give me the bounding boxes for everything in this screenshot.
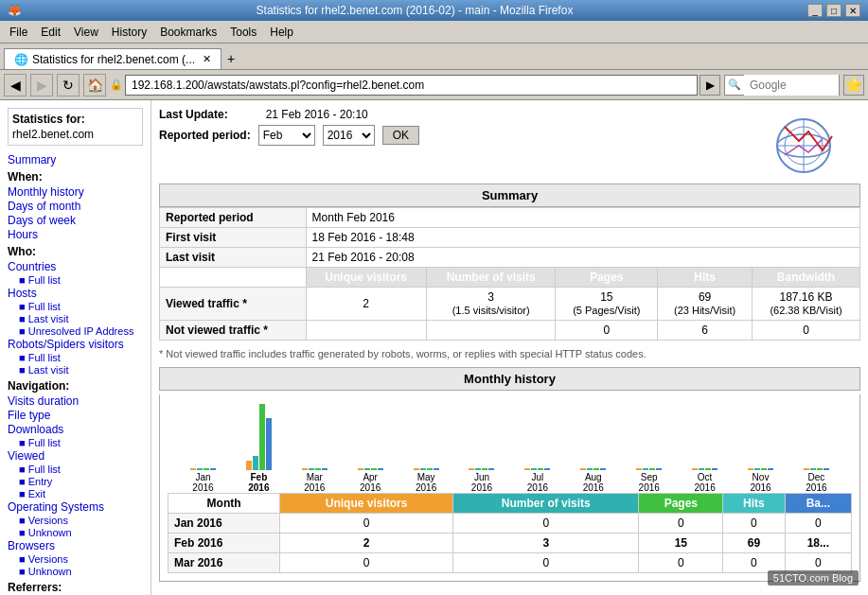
sidebar-robots-fulllist-link[interactable]: ■ Full list <box>19 352 143 363</box>
year-select[interactable]: 2016 <box>323 125 375 146</box>
sidebar-viewed-fulllist-link[interactable]: ■ Full list <box>19 464 143 475</box>
not-viewed-unique <box>306 321 426 341</box>
viewed-unique-visitors: 2 <box>306 288 426 321</box>
not-viewed-visits <box>426 321 556 341</box>
new-tab-button[interactable]: + <box>221 48 240 69</box>
sidebar-browsers-unknown-link[interactable]: ■ Unknown <box>19 566 143 577</box>
menu-help[interactable]: Help <box>264 24 299 41</box>
last-update-label: Last Update: <box>159 108 228 121</box>
search-box: 🔍 <box>724 75 840 96</box>
sidebar-countries-link[interactable]: Countries <box>8 260 143 273</box>
awstats-logo <box>747 108 860 184</box>
unique-col-header: Unique visitors <box>280 494 453 514</box>
menu-bookmarks[interactable]: Bookmarks <box>154 24 222 41</box>
row-mar-month: Mar 2016 <box>168 553 280 573</box>
chart-apr: Apr2016 <box>358 468 383 493</box>
logo-svg <box>756 113 851 179</box>
stats-for-label: Statistics for: <box>12 113 138 126</box>
viewed-hits: 69 (23 Hits/Visit) <box>658 288 753 321</box>
sidebar-hosts-unresolved-link[interactable]: ■ Unresolved IP Address <box>19 325 143 337</box>
sidebar-robots-link[interactable]: Robots/Spiders visitors <box>8 338 143 351</box>
search-input[interactable] <box>744 75 839 96</box>
minimize-button[interactable]: _ <box>807 4 823 17</box>
sidebar-summary-link[interactable]: Summary <box>8 153 143 166</box>
sidebar-days-of-week-link[interactable]: Days of week <box>8 214 143 227</box>
sidebar-visits-duration-link[interactable]: Visits duration <box>8 394 143 408</box>
sidebar: Statistics for: rhel2.benet.com Summary … <box>0 100 151 595</box>
go-button[interactable]: ▶ <box>700 75 720 96</box>
forward-button[interactable]: ▶ <box>30 74 53 96</box>
sidebar-os-versions-link[interactable]: ■ Versions <box>19 515 143 526</box>
sidebar-file-type-link[interactable]: File type <box>8 409 143 422</box>
row-feb-month: Feb 2016 <box>168 534 280 553</box>
window-controls: _ □ ✕ <box>807 4 860 17</box>
pages-col-header: Pages <box>639 494 723 514</box>
sidebar-days-of-month-link[interactable]: Days of month <box>8 200 143 213</box>
sidebar-os-link[interactable]: Operating Systems <box>8 500 143 514</box>
col-header-hits: Hits <box>658 268 753 288</box>
sidebar-downloads-fulllist-link[interactable]: ■ Full list <box>19 437 143 448</box>
sidebar-who-header: Who: <box>8 245 143 258</box>
bookmark-button[interactable]: ⭐ <box>843 75 864 96</box>
tab-bar: 🌐 Statistics for rhel2.benet.com (... ✕ … <box>0 44 868 70</box>
bandwidth-col-header: Ba... <box>785 494 851 514</box>
menu-edit[interactable]: Edit <box>35 24 66 41</box>
sidebar-hosts-lastvisit-link[interactable]: ■ Last visit <box>19 313 143 324</box>
sidebar-navigation-header: Navigation: <box>8 379 143 393</box>
sidebar-hours-link[interactable]: Hours <box>8 228 143 241</box>
row-feb-unique: 2 <box>280 534 453 553</box>
sidebar-hosts-link[interactable]: Hosts <box>8 287 143 300</box>
tab-close-icon[interactable]: ✕ <box>203 53 211 65</box>
reload-button[interactable]: ↻ <box>57 74 80 96</box>
chart-nov: Nov2016 <box>748 468 773 493</box>
sidebar-countries-fulllist-link[interactable]: ■ Full list <box>19 274 143 286</box>
close-button[interactable]: ✕ <box>845 4 860 17</box>
address-input[interactable] <box>125 75 698 96</box>
menu-file[interactable]: File <box>4 24 33 41</box>
summary-info-table: Reported period Month Feb 2016 First vis… <box>159 207 860 341</box>
search-engine-icon: 🔍 <box>725 79 744 91</box>
month-col-header: Month <box>168 494 280 514</box>
viewed-bandwidth: 187.16 KB (62.38 KB/Visit) <box>753 288 860 321</box>
tab-label: Statistics for rhel2.benet.com (... <box>32 53 195 66</box>
header-info: Last Update: 21 Feb 2016 - 20:10 Reporte… <box>159 108 747 153</box>
chart-mar: Mar2016 <box>302 468 328 493</box>
menu-tools[interactable]: Tools <box>224 24 262 41</box>
home-button[interactable]: 🏠 <box>83 74 106 96</box>
back-button[interactable]: ◀ <box>4 74 27 96</box>
menu-view[interactable]: View <box>68 24 104 41</box>
maximize-button[interactable]: □ <box>826 4 841 17</box>
row-mar-visits: 0 <box>453 553 639 573</box>
watermark: 51CTO.com Blog <box>768 570 859 586</box>
active-tab[interactable]: 🌐 Statistics for rhel2.benet.com (... ✕ <box>4 48 221 69</box>
sidebar-robots-lastvisit-link[interactable]: ■ Last visit <box>19 364 143 376</box>
sidebar-browsers-versions-link[interactable]: ■ Versions <box>19 553 143 565</box>
sidebar-exit-link[interactable]: ■ Exit <box>19 488 143 499</box>
last-visit-label: Last visit <box>160 248 307 268</box>
ok-button[interactable]: OK <box>382 126 419 145</box>
sidebar-browsers-link[interactable]: Browsers <box>8 539 143 552</box>
sidebar-entry-link[interactable]: ■ Entry <box>19 476 143 487</box>
first-visit-label: First visit <box>160 228 307 248</box>
sidebar-viewed-link[interactable]: Viewed <box>8 449 143 463</box>
sidebar-downloads-link[interactable]: Downloads <box>8 423 143 436</box>
menu-history[interactable]: History <box>106 24 152 41</box>
table-row: Feb 2016 2 3 15 69 18... <box>168 534 852 553</box>
viewed-hits-sub: (23 Hits/Visit) <box>674 305 735 316</box>
month-select[interactable]: Jan Feb Mar Apr May Jun Jul Aug Sep Oct … <box>258 125 315 146</box>
first-visit-value: 18 Feb 2016 - 18:48 <box>306 228 859 248</box>
sidebar-hosts-fulllist-link[interactable]: ■ Full list <box>19 301 143 312</box>
chart-aug: Aug2016 <box>580 468 606 493</box>
sidebar-when-header: When: <box>8 170 143 184</box>
not-viewed-bandwidth: 0 <box>753 321 860 341</box>
viewed-pages: 15 (5 Pages/Visit) <box>556 288 658 321</box>
last-update-row: Last Update: 21 Feb 2016 - 20:10 <box>159 108 747 121</box>
sidebar-os-unknown-link[interactable]: ■ Unknown <box>19 527 143 538</box>
hits-col-header: Hits <box>723 494 785 514</box>
viewed-pages-sub: (5 Pages/Visit) <box>573 305 640 316</box>
summary-title: Summary <box>159 184 860 207</box>
sidebar-monthly-history-link[interactable]: Monthly history <box>8 185 143 199</box>
row-feb-hits: 69 <box>723 534 785 553</box>
lock-icon: 🔒 <box>110 79 123 91</box>
reported-period-row: Reported period: Jan Feb Mar Apr May Jun… <box>159 125 747 146</box>
